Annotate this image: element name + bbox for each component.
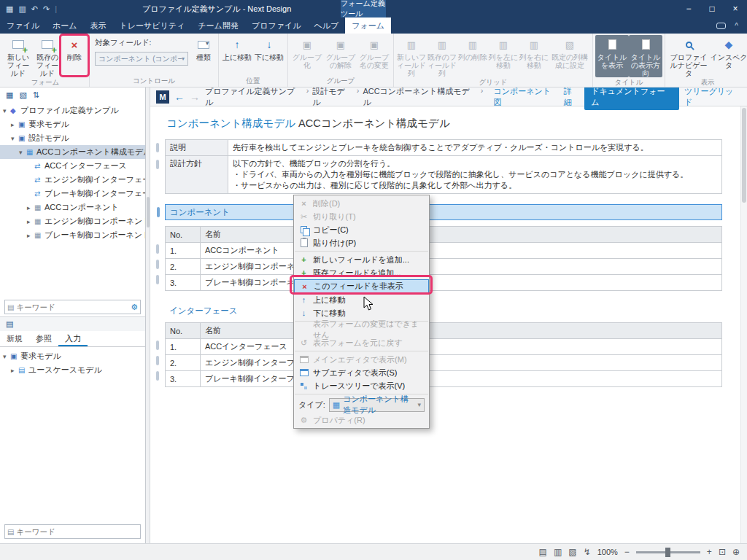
tab-help[interactable]: ヘルプ bbox=[307, 18, 345, 34]
menu-item-add-new-field[interactable]: + 新しいフィールドを追加... bbox=[294, 253, 429, 266]
delete-field-button[interactable]: × 削除 bbox=[62, 35, 87, 77]
title-direction-button[interactable]: タイトルの表示方向 bbox=[629, 35, 662, 77]
section-header-components[interactable]: コンポーネント bbox=[165, 204, 722, 220]
fit-to-window-icon[interactable]: ⊡ bbox=[719, 547, 726, 557]
table-row[interactable]: 3. ブレーキ制御コンポーネント bbox=[166, 275, 722, 291]
cell-name[interactable]: エンジン制御コンポーネント bbox=[201, 259, 722, 275]
collapse-ribbon-icon[interactable]: ^ bbox=[735, 22, 738, 30]
menu-item-add-existing-field[interactable]: + 既存フィールドを追加... bbox=[294, 266, 429, 279]
menu-item-copy[interactable]: コピー(C) bbox=[294, 223, 429, 236]
property-value[interactable]: 以下の方針で、機能ブロックの分割を行う。 ・ドライバ、車両からの入力を種別毎に機… bbox=[228, 156, 722, 194]
keyword-search-input[interactable] bbox=[16, 303, 128, 311]
section-header-interfaces[interactable]: インターフェース bbox=[169, 306, 722, 316]
zoom-slider-thumb[interactable] bbox=[665, 548, 670, 557]
pan-icon[interactable]: ⊕ bbox=[732, 547, 740, 557]
quick-action-icon[interactable]: ↯ bbox=[584, 547, 591, 557]
tree-item-requirement-model[interactable]: ▸ ▣ 要求モデル bbox=[0, 117, 145, 131]
tree-item-engine-interface[interactable]: ⇄ エンジン制御インターフェース bbox=[0, 173, 145, 187]
type-select[interactable]: ▦ コンポーネント構造モデル ▾ bbox=[329, 398, 425, 412]
expand-icon[interactable]: ▾ bbox=[3, 107, 10, 114]
layout-single-icon[interactable]: ▤ bbox=[539, 547, 547, 557]
view-link-tree-grid[interactable]: ツリーグリッド bbox=[684, 86, 741, 108]
property-value[interactable]: 先行車を検出してエンジンとブレーキを統合制御することでアダプティブ・クルーズ・コ… bbox=[228, 140, 722, 156]
keyword-search-input-bottom[interactable] bbox=[16, 527, 138, 536]
row-handle[interactable] bbox=[156, 275, 159, 284]
new-field-button[interactable]: 新しいフィールド bbox=[4, 35, 33, 77]
tree-item-usecase-model[interactable]: ▸ ▤ ユースケースモデル bbox=[0, 363, 145, 377]
menu-item-show-trace-tree[interactable]: トレースツリーで表示(V) bbox=[294, 379, 429, 392]
cell-name[interactable]: ブレーキ制御コンポーネント bbox=[201, 275, 722, 291]
tab-traceability[interactable]: トレーサビリティ bbox=[113, 18, 192, 34]
tree-item-acc-interface[interactable]: ⇄ ACCインターフェース bbox=[0, 159, 145, 173]
zoom-in-button[interactable]: + bbox=[707, 547, 712, 557]
close-button[interactable]: × bbox=[724, 0, 747, 18]
tab-reference[interactable]: 参照 bbox=[29, 331, 58, 346]
tab-input[interactable]: 入力 bbox=[58, 331, 88, 346]
tab-new[interactable]: 新規 bbox=[0, 331, 29, 346]
move-up-button[interactable]: ↑ 上に移動 bbox=[221, 35, 253, 76]
tab-team[interactable]: チーム開発 bbox=[191, 18, 245, 34]
vertical-scrollbar[interactable] bbox=[740, 106, 747, 543]
tab-view[interactable]: 表示 bbox=[84, 18, 113, 34]
redo-icon[interactable]: ↷ bbox=[43, 4, 50, 14]
menu-item-move-down[interactable]: ↓ 下に移動 bbox=[294, 306, 429, 319]
expand-icon[interactable]: ▾ bbox=[19, 149, 26, 156]
table-row[interactable]: 2. エンジン制御インターフェース bbox=[166, 355, 722, 371]
table-row[interactable]: 3. ブレーキ制御インターフェース bbox=[166, 371, 722, 387]
view-link-component-diagram[interactable]: コンポーネント図 bbox=[493, 86, 558, 108]
tab-form[interactable]: フォーム bbox=[345, 18, 391, 34]
row-handle[interactable] bbox=[156, 341, 159, 350]
cell-name[interactable]: ACCコンポーネント bbox=[201, 243, 722, 259]
cell-name[interactable]: ACCインターフェース bbox=[201, 339, 722, 355]
row-handle[interactable] bbox=[156, 356, 159, 365]
table-row[interactable]: 1. ACCインターフェース bbox=[166, 339, 722, 355]
row-handle[interactable] bbox=[156, 244, 159, 254]
save-icon[interactable]: ▥ bbox=[18, 4, 26, 14]
row-handle[interactable] bbox=[156, 160, 159, 169]
existing-field-button[interactable]: 既存のフィールド bbox=[33, 35, 62, 77]
collapse-icon[interactable]: ▸ bbox=[11, 367, 18, 374]
contextual-tab-form-tools[interactable]: フォーム定義ツール bbox=[341, 0, 386, 18]
model-tree-icon[interactable]: ▦ bbox=[6, 90, 13, 100]
forward-icon[interactable]: → bbox=[190, 91, 200, 103]
breadcrumb-item[interactable]: ACCコンポーネント構成モデル bbox=[363, 86, 476, 108]
row-handle[interactable] bbox=[156, 260, 159, 269]
row-handle[interactable] bbox=[156, 143, 159, 152]
menu-item-show-sub-editor[interactable]: サブエディタで表示(S) bbox=[294, 366, 429, 379]
target-field-select[interactable]: コンポーネント (コンポーネント ▾ bbox=[95, 52, 188, 66]
view-link-detail[interactable]: 詳細 bbox=[563, 86, 579, 108]
table-row[interactable]: 2. エンジン制御コンポーネント bbox=[166, 259, 722, 275]
kind-button[interactable]: 種類 bbox=[191, 35, 216, 76]
layout-split-icon[interactable]: ▥ bbox=[554, 547, 562, 557]
breadcrumb-item[interactable]: プロファイル定義サンプル bbox=[205, 86, 303, 108]
tree-item-brake-component[interactable]: ▸ ▦ ブレーキ制御コンポーネント bbox=[0, 228, 145, 242]
tree-item-acc-structure-model[interactable]: ▾ ▦ ACCコンポーネント構成モデル bbox=[0, 145, 145, 159]
feedback-icon[interactable] bbox=[716, 23, 726, 29]
collapse-icon[interactable]: ▸ bbox=[27, 218, 34, 225]
menu-item-hide-field[interactable]: × このフィールドを非表示 bbox=[294, 279, 429, 293]
profile-navigator-button[interactable]: プロファイルナビゲータ bbox=[667, 35, 710, 77]
collapse-icon[interactable]: ▸ bbox=[27, 232, 34, 239]
expand-icon[interactable]: ▾ bbox=[3, 353, 10, 360]
move-down-button[interactable]: ↓ 下に移動 bbox=[253, 35, 285, 76]
breadcrumb-item[interactable]: 設計モデル bbox=[312, 86, 352, 108]
filter-settings-icon[interactable]: ⚙ bbox=[131, 303, 138, 312]
tree-item-requirement-model[interactable]: ▾ ▣ 要求モデル bbox=[0, 349, 145, 363]
layout-grid-icon[interactable]: ▧ bbox=[568, 547, 576, 557]
maximize-button[interactable]: □ bbox=[700, 0, 724, 18]
sync-selection-icon[interactable]: ⇅ bbox=[33, 90, 39, 100]
row-handle[interactable] bbox=[156, 371, 159, 381]
tab-profile[interactable]: プロファイル bbox=[245, 18, 308, 34]
inspector-button[interactable]: ◆ インスペクタ bbox=[710, 35, 747, 77]
zoom-out-button[interactable]: − bbox=[624, 547, 630, 557]
menu-item-paste[interactable]: 貼り付け(P) bbox=[294, 236, 429, 249]
tab-file[interactable]: ファイル bbox=[0, 18, 46, 34]
tree-item-brake-interface[interactable]: ⇄ ブレーキ制御インターフェース bbox=[0, 187, 145, 201]
table-row[interactable]: 1. ACCコンポーネント bbox=[166, 243, 722, 259]
grid-view-icon[interactable]: ▧ bbox=[19, 90, 26, 100]
collapse-icon[interactable]: ▸ bbox=[27, 204, 34, 211]
tree-item-acc-component[interactable]: ▸ ▦ ACCコンポーネント bbox=[0, 201, 145, 214]
tree-item-design-model[interactable]: ▾ ▣ 設計モデル bbox=[0, 131, 145, 145]
menu-item-move-up[interactable]: ↑ 上に移動 bbox=[294, 293, 429, 306]
tree-item-engine-component[interactable]: ▸ ▦ エンジン制御コンポーネント bbox=[0, 214, 145, 228]
